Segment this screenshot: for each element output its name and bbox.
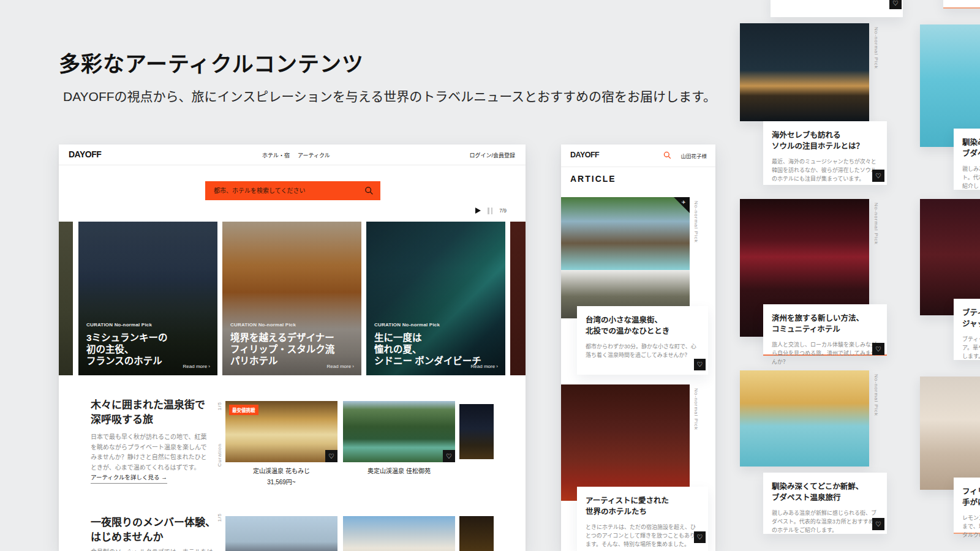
pick-label-vertical: No-normal Pick (873, 27, 879, 69)
pick-label-vertical: No-normal Pick (873, 203, 879, 245)
play-icon[interactable] (475, 208, 481, 214)
article-body: 親しみある温泉が新鮮に感じられる街、ブダペスト。代表的な温泉3カ所とおすすめのホ… (772, 509, 878, 534)
see-article-link[interactable]: アーティクルを詳しく見る → (91, 473, 167, 484)
article-title: ブティ ジャッ (962, 307, 980, 329)
article-card-chelsea[interactable]: アーティストに愛された 世界のホテルたち ときにホテルは、ただの宿泊施設を超え、… (577, 487, 708, 551)
slide-tag: CURATION No-normal Pick (86, 322, 210, 328)
slide-title: 3ミシュランキーの 初の主役、 フランスのホテル (86, 332, 210, 367)
heart-icon[interactable]: ♡ (872, 518, 884, 530)
article-card-clipped-boutique[interactable]: ブティ ジャッ ブティッ ア。華や します。 (954, 299, 980, 360)
article-title: 海外セレブも訪れる ソウルの注目ホテルとは？ (772, 130, 878, 152)
article-card-partial-top[interactable] (771, 0, 903, 17)
carousel-controls: 7/9 (475, 206, 507, 215)
heart-icon[interactable]: ♡ (325, 450, 337, 462)
article-photo-boutique[interactable] (920, 199, 980, 315)
dayoff-logo[interactable]: DAYOFF (69, 149, 101, 159)
hotel-card-partial[interactable] (459, 404, 494, 459)
desktop-header: DAYOFF ホテル・宿 アーティクル ログイン/会員登録 (59, 144, 526, 165)
article-body: 都市からわずか30分。静かな小さな町で、心落ち着く温泉時間を過ごしてみませんか？ (586, 342, 699, 359)
article-card-clipped-starck[interactable]: フィリ 手がけ レモンス まで、地 タルクの (954, 478, 980, 534)
article-photo-seoul[interactable] (740, 23, 869, 121)
price-badge: 最安値挑戦 (229, 405, 258, 415)
user-name[interactable]: 山田花子様 (680, 152, 707, 159)
page-title: 多彩なアーティクルコンテンツ (59, 47, 364, 78)
article-title: 馴染み深くてどこか新鮮、 ブダペスト温泉旅行 (772, 481, 878, 503)
article-body: レモンス まで、地 タルクの (962, 514, 980, 539)
pick-label-vertical: No-normal Pick (873, 374, 879, 416)
nav-item-articles[interactable]: アーティクル (298, 151, 330, 159)
read-more-link[interactable]: Read more › (183, 364, 210, 369)
heart-icon[interactable]: ♡ (889, 0, 902, 9)
hotel-card-hanamomiji[interactable]: 最安値挑戦 ♡ (225, 401, 337, 462)
hotel-card-partial[interactable] (459, 516, 494, 551)
search-icon[interactable] (663, 151, 671, 159)
showcase-stage: 多彩なアーティクルコンテンツ DAYOFFの視点から、旅にインスピレーションを与… (0, 0, 980, 551)
carousel-slide-partial-left[interactable] (59, 222, 73, 375)
heart-icon[interactable]: ♡ (872, 343, 884, 355)
page-indicator-vertical: 1/5 (217, 513, 222, 522)
article-card-beitou[interactable]: 台湾の小さな温泉街、 北投での温かなひととき 都市からわずか30分。静かな小さな… (577, 306, 708, 375)
plane-pin-icon: ✈ (682, 200, 686, 205)
hotel-card-kashogyoen[interactable]: ♡ (343, 401, 455, 462)
section-body-onsen: 日本で最も早く秋が訪れるこの地で、紅葉を眺めながらプライベート温泉を楽しんでみま… (91, 432, 208, 473)
article-title: アーティストに愛された 世界のホテルたち (586, 495, 699, 517)
article-body: ときにホテルは、ただの宿泊施設を超え、ひとつのアイコンとして輝きを放つこともあり… (586, 523, 699, 549)
article-card-clipped-budapest[interactable]: 馴染み ブダペ 親しみあ ト。代表 紹介し (954, 129, 980, 190)
search-input[interactable] (205, 181, 380, 200)
slide-title: 生に一度は 憧れの夏、 シドニー ボンダイビーチ (374, 332, 498, 367)
article-photo-starck[interactable] (920, 377, 980, 490)
hotel-price: 31,569円~ (225, 477, 337, 486)
pick-label-vertical: No-normal Pick (693, 201, 699, 243)
slide-tag: CURATION No-normal Pick (374, 322, 498, 328)
hotel-card-rooftop[interactable] (225, 516, 337, 551)
article-photo-chelsea[interactable] (561, 384, 690, 501)
login-signup-link[interactable]: ログイン/会員登録 (469, 151, 515, 159)
dayoff-logo[interactable]: DAYOFF (570, 151, 599, 159)
search-bar[interactable] (205, 181, 380, 200)
article-body: 最近、海外のミュージシャンたちが次々と韓国を訪れるなか、彼らが滞在したソウルのホ… (772, 157, 878, 183)
article-title: 済州を旅する新しい方法、 コミュニティホテル (772, 313, 878, 335)
carousel-slide-sydney[interactable]: CURATION No-normal Pick 生に一度は 憧れの夏、 シドニー… (366, 222, 505, 375)
page-indicator-vertical: 1/5 (217, 402, 222, 410)
mobile-mockup: DAYOFF 山田花子様 ARTICLE ✈ No-normal Pick 台湾… (561, 144, 715, 551)
article-heading: ARTICLE (570, 174, 616, 184)
slide-title: 境界を越えるデザイナー フィリップ・スタルク流 パリホテル (230, 332, 354, 367)
corner-fold: ✈ (674, 197, 690, 213)
read-more-link[interactable]: Read more › (327, 364, 354, 369)
article-card-jeju[interactable]: 済州を旅する新しい方法、 コミュニティホテル 旅人と交流し、ローカル体験を楽しみ… (763, 304, 887, 356)
heart-icon[interactable]: ♡ (694, 531, 706, 543)
page-subtitle: DAYOFFの視点から、旅にインスピレーションを与える世界のトラベルニュースとお… (63, 86, 716, 105)
article-card-seoul[interactable]: 海外セレブも訪れる ソウルの注目ホテルとは？ 最近、海外のミュージシャンたちが次… (763, 121, 887, 185)
nav-item-hotels[interactable]: ホテル・宿 (262, 151, 290, 159)
desktop-mockup: DAYOFF ホテル・宿 アーティクル ログイン/会員登録 7/9 CURATI… (59, 144, 526, 551)
heart-icon[interactable]: ♡ (872, 170, 884, 182)
article-card-partial-top-right[interactable] (943, 0, 980, 9)
article-photo-budapest[interactable] (740, 370, 869, 467)
pause-icon[interactable] (488, 208, 492, 214)
search-icon (364, 186, 374, 195)
read-more-link[interactable]: Read more › (471, 364, 498, 369)
hotel-name[interactable]: 定山渓温泉 花もみじ (225, 466, 337, 475)
pick-label-vertical: No-normal Pick (693, 388, 699, 430)
section-title-onsen: 木々に囲まれた温泉街で 深呼吸する旅 (91, 398, 205, 427)
carousel-slide-paris[interactable]: CURATION No-normal Pick 境界を越えるデザイナー フィリッ… (222, 222, 361, 375)
section-body-members: 会員制のソーシャルクラブでは、ホテルをはじ (91, 547, 213, 551)
carousel-slide-partial-right[interactable] (510, 222, 526, 375)
section-title-members: 一夜限りのメンバー体験、 はじめませんか (91, 515, 216, 545)
article-title: 台湾の小さな温泉街、 北投での温かなひととき (586, 315, 699, 337)
article-card-budapest[interactable]: 馴染み深くてどこか新鮮、 ブダペスト温泉旅行 親しみある温泉が新鮮に感じられる街… (763, 473, 887, 534)
article-body: 親しみあ ト。代表 紹介し (962, 165, 980, 190)
carousel-counter: 7/9 (499, 208, 507, 214)
slide-tag: CURATION No-normal Pick (230, 322, 354, 328)
carousel-slide-france[interactable]: CURATION No-normal Pick 3ミシュランキーの 初の主役、 … (78, 222, 217, 375)
heart-icon[interactable]: ♡ (694, 359, 706, 370)
article-body: ブティッ ア。華や します。 (962, 335, 980, 361)
article-title: フィリ 手がけ (962, 486, 980, 508)
hotel-name[interactable]: 奥定山渓温泉 佳松御苑 (343, 466, 455, 475)
curation-label-vertical: Curation (217, 443, 222, 467)
hotel-card-classic[interactable] (343, 516, 455, 551)
article-body: 旅人と交流し、ローカル体験を楽しみながら自分を見つめる旅。済州で試してみませんか… (772, 340, 878, 366)
article-title: 馴染み ブダペ (962, 137, 980, 159)
article-photo-beitou[interactable] (561, 197, 690, 318)
heart-icon[interactable]: ♡ (443, 450, 455, 462)
